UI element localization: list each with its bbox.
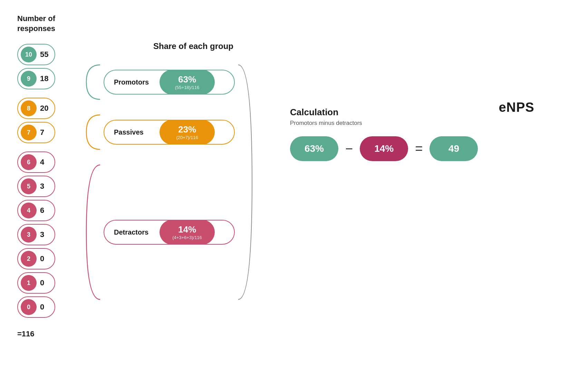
response-row: 8 20 [17, 98, 55, 119]
score-badge-7: 7 [21, 125, 37, 140]
detractor-6-pill: 6 4 [17, 151, 55, 173]
response-row: 1 0 [17, 272, 55, 294]
response-row: 9 18 [17, 68, 55, 89]
calc-result-pill: 49 [430, 136, 478, 161]
response-row: 7 7 [17, 122, 55, 143]
score-badge-9: 9 [21, 71, 37, 87]
score-badge-8: 8 [21, 100, 37, 116]
count-55: 55 [40, 50, 48, 59]
promotor-9-pill: 9 18 [17, 68, 55, 89]
enps-label: eNPS [499, 100, 534, 115]
calc-row: 63% − 14% = 49 [290, 136, 478, 161]
detractor-1-pill: 1 0 [17, 272, 55, 294]
passives-brace [83, 111, 104, 153]
passives-pill: Passives 23% (20+7)/116 [104, 120, 235, 145]
detractors-pill: Detractors 14% (4+3+6+3)/116 [104, 220, 235, 245]
detractors-brace [83, 161, 104, 303]
passives-response-group: 8 20 7 7 [17, 98, 55, 143]
promotor-10-pill: 10 55 [17, 44, 55, 65]
promotors-brace [83, 61, 104, 103]
detractor-0-pill: 0 0 [17, 296, 55, 318]
detractor-2-pill: 2 0 [17, 248, 55, 269]
detractor-4-pill: 4 6 [17, 200, 55, 221]
page-layout: Number ofresponses 10 55 9 18 8 2 [0, 0, 588, 384]
share-title: Share of each group [131, 41, 256, 51]
promotors-response-group: 10 55 9 18 [17, 44, 55, 89]
passives-formula: (20+7)/116 [176, 135, 198, 140]
detractors-group: Detractors 14% (4+3+6+3)/116 [104, 161, 235, 303]
detractors-response-group: 6 4 5 3 4 6 3 3 [17, 151, 55, 318]
promotors-group: Promotors 63% (55+18)/116 [104, 61, 235, 103]
right-big-brace [235, 61, 256, 303]
count-0c: 0 [40, 303, 44, 312]
passive-7-pill: 7 7 [17, 122, 55, 143]
calc-promotors-pill: 63% [290, 136, 338, 161]
count-7: 7 [40, 128, 44, 137]
response-row: 0 0 [17, 296, 55, 318]
promotors-pill: Promotors 63% (55+18)/116 [104, 70, 235, 95]
score-badge-0: 0 [21, 299, 37, 315]
enps-section: eNPS [478, 10, 534, 374]
score-badge-6: 6 [21, 154, 37, 170]
count-6: 6 [40, 206, 44, 215]
promotors-pct: 63% [178, 74, 196, 85]
score-badge-5: 5 [21, 178, 37, 194]
response-row: 6 4 [17, 151, 55, 173]
passives-pct: 23% [178, 124, 196, 135]
detractors-pct-block: 14% (4+3+6+3)/116 [160, 220, 215, 245]
promotors-formula: (55+18)/116 [175, 85, 199, 90]
total-count: =116 [17, 329, 35, 338]
detractor-5-pill: 5 3 [17, 176, 55, 197]
detractor-3-pill: 3 3 [17, 224, 55, 245]
score-badge-2: 2 [21, 251, 37, 267]
response-row: 5 3 [17, 176, 55, 197]
left-column: Number ofresponses 10 55 9 18 8 2 [17, 10, 79, 374]
score-badge-10: 10 [21, 47, 37, 62]
count-18: 18 [40, 74, 48, 83]
passives-group: Passives 23% (20+7)/116 [104, 111, 235, 153]
count-3b: 3 [40, 230, 44, 239]
count-0a: 0 [40, 254, 44, 263]
promotors-pct-block: 63% (55+18)/116 [160, 70, 215, 95]
score-badge-4: 4 [21, 203, 37, 218]
calculation-section: Calculation Promotors minus detractors 6… [256, 10, 478, 374]
calc-detractors-pill: 14% [360, 136, 408, 161]
detractors-label: Detractors [104, 228, 160, 236]
count-20: 20 [40, 104, 48, 113]
detractors-pct: 14% [178, 224, 196, 235]
count-3a: 3 [40, 182, 44, 191]
score-badge-3: 3 [21, 227, 37, 243]
response-row: 4 6 [17, 200, 55, 221]
detractors-formula: (4+3+6+3)/116 [172, 235, 202, 240]
response-row: 10 55 [17, 44, 55, 65]
calc-subtitle: Promotors minus detractors [290, 120, 478, 127]
promotors-label: Promotors [104, 78, 160, 86]
score-badge-1: 1 [21, 275, 37, 291]
count-4: 4 [40, 158, 44, 167]
passive-8-pill: 8 20 [17, 98, 55, 119]
responses-title: Number ofresponses [17, 14, 55, 33]
minus-operator: − [345, 141, 353, 156]
calc-title: Calculation [290, 107, 478, 118]
count-0b: 0 [40, 278, 44, 287]
response-row: 3 3 [17, 224, 55, 245]
passives-label: Passives [104, 128, 160, 136]
equals-operator: = [415, 141, 423, 156]
response-row: 2 0 [17, 248, 55, 269]
passives-pct-block: 23% (20+7)/116 [160, 120, 215, 145]
